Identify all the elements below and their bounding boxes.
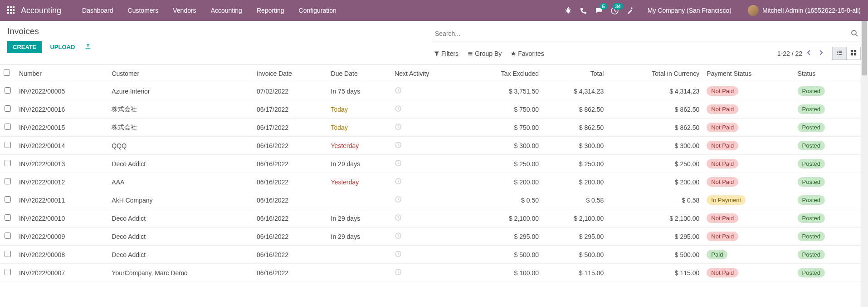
row-checkbox[interactable] [5,196,11,203]
col-due-date[interactable]: Due Date [327,65,391,82]
cell-next-activity[interactable] [391,209,464,228]
messages-icon[interactable]: 5 [595,7,603,15]
table-row[interactable]: INV/2022/00013Deco Addict06/16/2022In 29… [0,155,868,173]
nav-item-dashboard[interactable]: Dashboard [75,0,121,21]
cell-next-activity[interactable] [391,82,464,100]
col-tax-excluded[interactable]: Tax Excluded [464,65,542,82]
table-row[interactable]: INV/2022/00014QQQ06/16/2022Yesterday$ 30… [0,137,868,155]
search-input[interactable] [434,28,848,39]
list-view-icon [836,50,843,56]
cell-tax-excluded: $ 3,751.50 [464,82,542,100]
table-row[interactable]: INV/2022/00009Deco Addict06/16/2022In 29… [0,228,868,246]
row-checkbox[interactable] [5,214,11,221]
apps-icon[interactable] [7,6,15,15]
search-icon[interactable] [848,30,861,38]
clock-icon [395,161,402,168]
pager-text[interactable]: 1-22 / 22 [777,50,802,57]
cell-tax-excluded: $ 500.00 [464,246,542,264]
pager-next[interactable] [816,48,826,59]
favorites-label: Favorites [518,50,544,57]
row-checkbox[interactable] [5,87,11,94]
cell-next-activity[interactable] [391,119,464,137]
activities-icon[interactable]: 34 [611,7,619,15]
upload-button[interactable]: UPLOAD [45,41,79,53]
svg-rect-2 [13,6,15,8]
cell-next-activity[interactable] [391,100,464,119]
cell-next-activity[interactable] [391,155,464,173]
table-row[interactable]: INV/2022/00016株式会社06/17/2022Today$ 750.0… [0,100,868,119]
cell-status: Posted [794,173,854,191]
col-number[interactable]: Number [15,65,108,82]
cell-status: Posted [794,137,854,155]
cell-status: Posted [794,82,854,100]
cell-tax-excluded: $ 100.00 [464,264,542,282]
nav-item-configuration[interactable]: Configuration [292,0,344,21]
col-customer[interactable]: Customer [108,65,253,82]
cell-next-activity[interactable] [391,137,464,155]
nav-item-customers[interactable]: Customers [121,0,166,21]
cell-due-date: In 29 days [327,155,391,173]
cell-due-date: Yesterday [327,173,391,191]
cell-due-date [327,246,391,264]
cell-next-activity[interactable] [391,246,464,264]
row-checkbox[interactable] [5,251,11,257]
row-checkbox[interactable] [5,178,11,184]
groupby-button[interactable]: Group By [468,50,502,57]
col-payment-status[interactable]: Payment Status [703,65,794,82]
company-selector[interactable]: My Company (San Francisco) [648,7,731,14]
clock-icon [395,179,402,186]
upload-icon[interactable] [83,41,93,53]
col-invoice-date[interactable]: Invoice Date [253,65,327,82]
cell-next-activity[interactable] [391,228,464,246]
cell-total: $ 115.00 [542,264,607,282]
scrollbar[interactable] [861,21,868,282]
nav-item-accounting[interactable]: Accounting [204,0,249,21]
table-row[interactable]: INV/2022/00010Deco Addict06/16/2022In 29… [0,209,868,228]
nav-item-vendors[interactable]: Vendors [166,0,203,21]
row-checkbox[interactable] [5,142,11,148]
nav-item-reporting[interactable]: Reporting [249,0,292,21]
svg-rect-4 [10,9,12,11]
view-list-button[interactable] [832,47,846,60]
col-total-currency[interactable]: Total in Currency [607,65,703,82]
table-row[interactable]: INV/2022/00012AAA06/16/2022Yesterday$ 20… [0,173,868,191]
row-checkbox[interactable] [5,105,11,112]
table-row[interactable]: INV/2022/00005Azure Interior07/02/2022In… [0,82,868,100]
scrollbar-thumb[interactable] [862,21,867,75]
brand-title[interactable]: Accounting [21,6,61,15]
col-status[interactable]: Status [794,65,854,82]
filter-bar: Filters Group By Favorites 1-22 / 22 [434,47,861,60]
favorites-button[interactable]: Favorites [511,50,544,57]
cell-next-activity[interactable] [391,173,464,191]
cell-status: Posted [794,119,854,137]
phone-icon[interactable] [580,7,587,14]
svg-rect-14 [851,53,853,55]
table-row[interactable]: INV/2022/00007YourCompany, Marc Demo06/1… [0,264,868,282]
cell-total-currency: $ 295.00 [607,228,703,246]
row-checkbox[interactable] [5,233,11,239]
cell-number: INV/2022/00015 [15,119,108,137]
view-kanban-button[interactable] [846,47,861,60]
table-row[interactable]: INV/2022/00015株式会社06/17/2022Today$ 750.0… [0,119,868,137]
table-row[interactable]: INV/2022/00011AkH Company06/16/2022$ 0.5… [0,191,868,209]
cell-next-activity[interactable] [391,191,464,209]
cell-due-date: Yesterday [327,137,391,155]
clock-icon [395,143,402,150]
create-button[interactable]: CREATE [7,41,42,53]
svg-rect-8 [13,12,15,14]
row-checkbox[interactable] [5,124,11,130]
pager-prev[interactable] [804,48,814,59]
col-next-activity[interactable]: Next Activity [391,65,464,82]
select-all-checkbox[interactable] [4,69,10,76]
cell-next-activity[interactable] [391,264,464,282]
tools-icon[interactable] [627,7,634,14]
col-total[interactable]: Total [542,65,607,82]
debug-icon[interactable] [565,7,572,14]
filters-button[interactable]: Filters [434,50,458,57]
svg-point-9 [566,9,570,13]
user-menu[interactable]: Mitchell Admin (16552622-15-0-all) [748,5,861,16]
view-switcher [832,47,861,60]
row-checkbox[interactable] [5,160,11,166]
row-checkbox[interactable] [5,269,11,275]
table-row[interactable]: INV/2022/00008Deco Addict06/16/2022$ 500… [0,246,868,264]
